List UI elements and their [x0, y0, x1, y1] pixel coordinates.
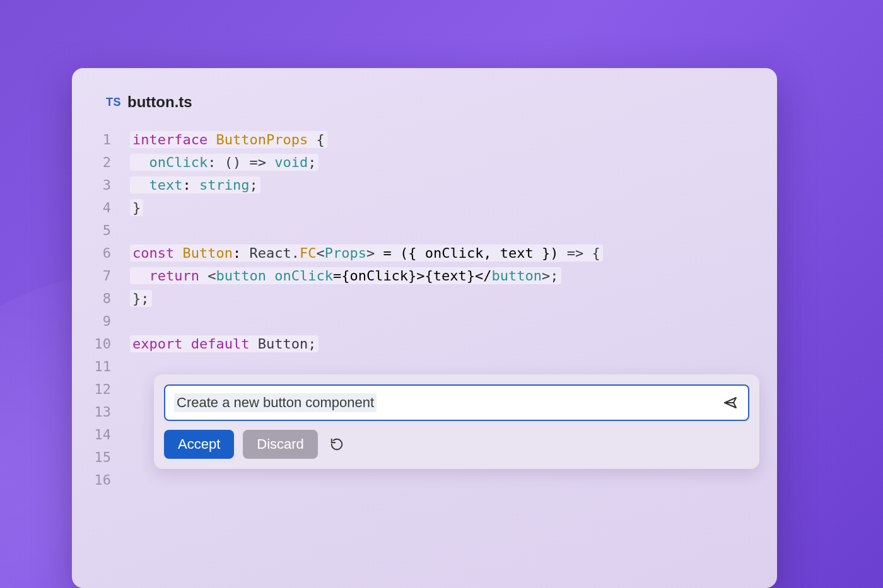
- line-number: 4: [72, 197, 111, 219]
- code-line[interactable]: return <button onClick={onClick}>{text}<…: [130, 265, 764, 287]
- line-number: 2: [72, 151, 111, 174]
- line-number: 5: [72, 219, 111, 242]
- prompt-input-text: Create a new button component: [174, 393, 377, 412]
- highlighted-code: onClick: () => void;: [130, 154, 319, 171]
- code-line[interactable]: onClick: () => void;: [130, 151, 764, 174]
- discard-button[interactable]: Discard: [243, 430, 318, 459]
- highlighted-code: return <button onClick={onClick}>{text}<…: [130, 267, 561, 284]
- highlighted-code: const Button: React.FC<Props> = ({ onCli…: [130, 245, 603, 262]
- line-number: 15: [72, 446, 111, 469]
- highlighted-code: };: [130, 290, 152, 307]
- editor-window: TS button.ts 12345678910111213141516 int…: [72, 68, 777, 588]
- highlighted-code: interface ButtonProps {: [130, 131, 327, 148]
- line-number: 3: [72, 174, 111, 197]
- line-number: 1: [72, 129, 111, 151]
- regenerate-button[interactable]: [327, 434, 347, 454]
- highlighted-code: text: string;: [130, 176, 260, 193]
- line-number: 9: [72, 310, 111, 333]
- code-line[interactable]: export default Button;: [130, 333, 764, 355]
- line-number: 6: [72, 242, 111, 265]
- line-number-gutter: 12345678910111213141516: [72, 129, 130, 492]
- line-number: 8: [72, 287, 111, 310]
- panel-actions: Accept Discard: [164, 430, 749, 459]
- line-number: 7: [72, 265, 111, 287]
- line-number: 12: [72, 378, 111, 401]
- prompt-input[interactable]: Create a new button component: [164, 384, 749, 421]
- code-line[interactable]: [130, 310, 764, 333]
- code-line[interactable]: };: [130, 287, 764, 310]
- refresh-icon: [330, 437, 344, 451]
- copilot-panel: Create a new button component Accept Dis…: [154, 374, 759, 469]
- typescript-icon: TS: [106, 96, 121, 109]
- send-button[interactable]: [722, 394, 739, 412]
- code-line[interactable]: interface ButtonProps {: [130, 129, 764, 151]
- code-line[interactable]: [130, 219, 764, 242]
- code-line[interactable]: const Button: React.FC<Props> = ({ onCli…: [130, 242, 764, 265]
- line-number: 11: [72, 355, 111, 378]
- filename-label: button.ts: [127, 93, 192, 111]
- file-header: TS button.ts: [72, 93, 777, 111]
- line-number: 16: [72, 469, 111, 492]
- highlighted-code: }: [130, 199, 143, 216]
- highlighted-code: export default Button;: [130, 335, 319, 352]
- line-number: 10: [72, 333, 111, 355]
- line-number: 13: [72, 401, 111, 424]
- accept-button[interactable]: Accept: [164, 430, 234, 459]
- code-line[interactable]: text: string;: [130, 174, 764, 197]
- line-number: 14: [72, 424, 111, 446]
- send-icon: [723, 395, 738, 410]
- code-line[interactable]: }: [130, 197, 764, 219]
- code-line[interactable]: [130, 469, 764, 492]
